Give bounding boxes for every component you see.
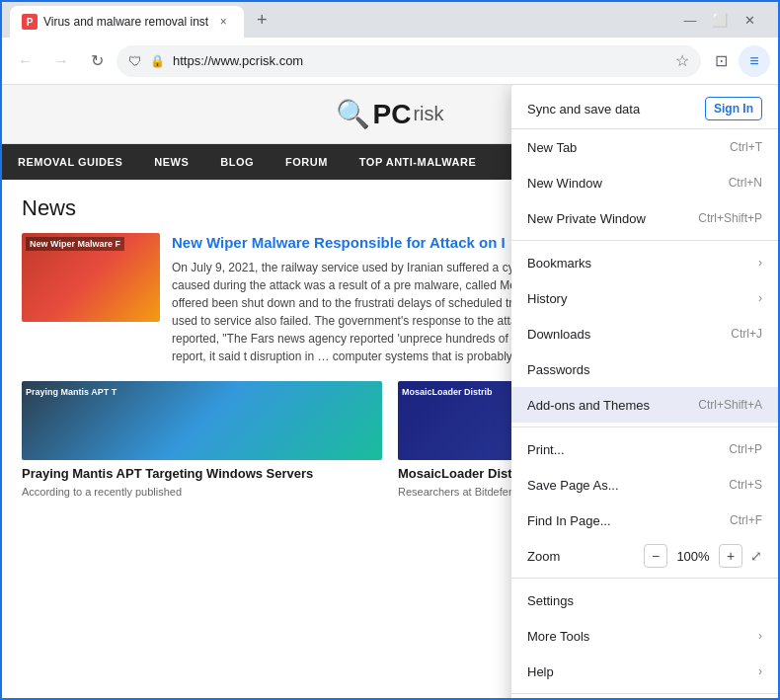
menu-divider-4 <box>511 693 778 694</box>
logo-pc: PC <box>372 99 411 130</box>
menu-item-addons[interactable]: Add-ons and Themes Ctrl+Shift+A <box>511 387 778 423</box>
menu-item-find[interactable]: Find In Page... Ctrl+F <box>511 503 778 538</box>
zoom-value: 100% <box>675 549 711 564</box>
sync-section: Sync and save data Sign In <box>511 89 778 129</box>
maximize-button[interactable]: ⬜ <box>707 7 733 33</box>
zoom-minus-button[interactable]: − <box>644 544 667 568</box>
website-content: 🔍 PCrisk REMOVAL GUIDES NEWS BLOG FORUM … <box>2 85 778 698</box>
window-controls: — ⬜ ✕ <box>669 7 770 33</box>
menu-item-help[interactable]: Help › <box>511 654 778 689</box>
sign-in-button[interactable]: Sign In <box>705 97 762 120</box>
nav-top-anti-malware[interactable]: TOP ANTI-MALWARE <box>355 144 480 180</box>
menu-item-zoom: Zoom − 100% + ⤢ <box>511 538 778 574</box>
new-tab-button[interactable]: + <box>248 6 275 34</box>
zoom-expand-icon[interactable]: ⤢ <box>750 548 762 564</box>
logo-risk: risk <box>413 103 443 125</box>
active-tab[interactable]: P Virus and malware removal inst × <box>10 6 244 38</box>
address-bar: ← → ↻ 🛡 🔒 https://www.pcrisk.com ☆ ⊡ ≡ <box>2 38 778 85</box>
nav-removal-guides[interactable]: REMOVAL GUIDES <box>14 144 126 180</box>
zoom-control: − 100% + ⤢ <box>644 544 762 568</box>
tab-close-button[interactable]: × <box>214 13 232 31</box>
menu-button[interactable]: ≡ <box>739 45 770 77</box>
tab-title: Virus and malware removal inst <box>43 15 208 29</box>
browser-frame: P Virus and malware removal inst × + — ⬜… <box>0 0 780 700</box>
menu-item-print[interactable]: Print... Ctrl+P <box>511 431 778 467</box>
shield2-button[interactable]: ⊡ <box>705 45 737 77</box>
browser-menu-dropdown: Sync and save data Sign In New Tab Ctrl+… <box>511 85 778 698</box>
nav-blog[interactable]: BLOG <box>216 144 258 180</box>
menu-item-new-tab[interactable]: New Tab Ctrl+T <box>511 129 778 165</box>
nav-forum[interactable]: FORUM <box>281 144 332 180</box>
main-news-thumbnail: New Wiper Malware F <box>22 233 160 322</box>
back-button[interactable]: ← <box>10 45 41 77</box>
news-card-label-1: MosaicLoader Distrib <box>398 383 497 401</box>
close-button[interactable]: ✕ <box>737 7 762 33</box>
news-card-thumb-0: Praying Mantis APT T <box>22 381 382 460</box>
menu-item-new-private-window[interactable]: New Private Window Ctrl+Shift+P <box>511 200 778 236</box>
nav-news[interactable]: NEWS <box>150 144 193 180</box>
shield-icon: 🛡 <box>128 53 142 69</box>
url-bar[interactable]: 🛡 🔒 https://www.pcrisk.com ☆ <box>117 45 701 77</box>
menu-item-history[interactable]: History › <box>511 280 778 316</box>
news-card-label-0: Praying Mantis APT T <box>22 383 120 401</box>
menu-item-settings[interactable]: Settings <box>511 583 778 618</box>
menu-divider-2 <box>511 427 778 428</box>
main-news-thumb-label: New Wiper Malware F <box>26 237 124 251</box>
menu-divider-3 <box>511 578 778 579</box>
menu-divider-1 <box>511 240 778 241</box>
news-card-title-0[interactable]: Praying Mantis APT Targeting Windows Ser… <box>22 466 382 483</box>
bookmark-star-icon[interactable]: ☆ <box>675 51 689 70</box>
menu-item-new-window[interactable]: New Window Ctrl+N <box>511 165 778 200</box>
news-card-0: Praying Mantis APT T Praying Mantis APT … <box>22 381 382 499</box>
menu-item-passwords[interactable]: Passwords <box>511 351 778 387</box>
site-logo: 🔍 PCrisk <box>336 98 443 130</box>
sync-text: Sync and save data <box>527 102 640 117</box>
zoom-plus-button[interactable]: + <box>719 544 742 568</box>
menu-item-more-tools[interactable]: More Tools › <box>511 618 778 654</box>
tab-favicon: P <box>22 14 38 30</box>
menu-item-bookmarks[interactable]: Bookmarks › <box>511 245 778 280</box>
menu-item-downloads[interactable]: Downloads Ctrl+J <box>511 316 778 351</box>
reload-button[interactable]: ↻ <box>81 45 113 77</box>
forward-button[interactable]: → <box>45 45 77 77</box>
menu-item-save-page[interactable]: Save Page As... Ctrl+S <box>511 467 778 503</box>
toolbar-buttons: ⊡ ≡ <box>705 45 770 77</box>
url-text: https://www.pcrisk.com <box>173 53 667 68</box>
news-card-excerpt-0: According to a recently published <box>22 486 382 498</box>
tab-bar: P Virus and malware removal inst × + — ⬜… <box>2 2 778 38</box>
lock-icon: 🔒 <box>150 54 165 68</box>
minimize-button[interactable]: — <box>677 7 703 33</box>
